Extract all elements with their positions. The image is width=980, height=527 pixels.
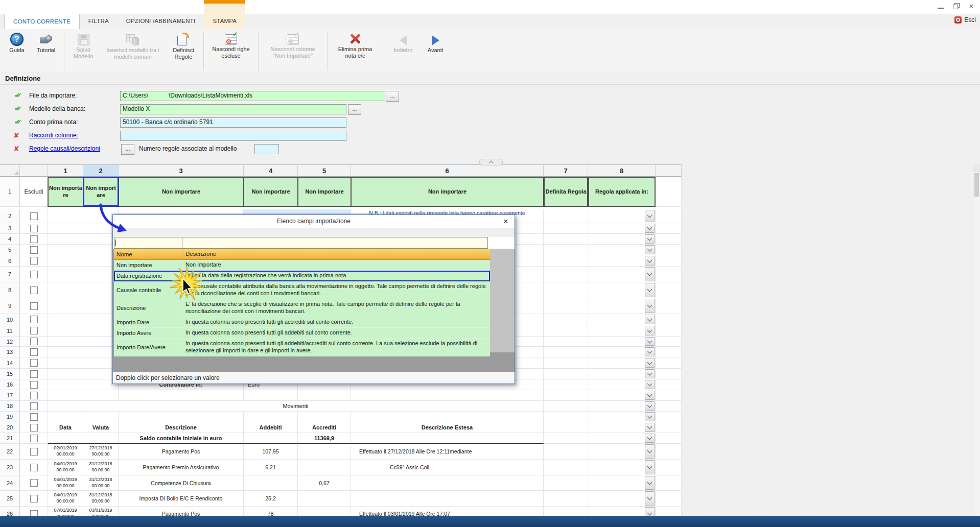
escludi-checkbox-row-13[interactable]: [30, 348, 38, 356]
escludi-checkbox-row-6[interactable]: [30, 257, 38, 265]
mapping-cell-col-4[interactable]: Non importare: [243, 177, 298, 207]
regola-dropdown-row-3[interactable]: [645, 224, 655, 233]
mapping-cell-col-8[interactable]: Regola applicata in:: [588, 177, 656, 207]
escludi-checkbox-row-8[interactable]: [30, 286, 38, 294]
regola-dropdown-row-20[interactable]: [645, 423, 655, 432]
escludi-checkbox-row-12[interactable]: [30, 338, 38, 345]
escludi-checkbox-row-3[interactable]: [30, 225, 38, 232]
regola-dropdown-row-15[interactable]: [645, 369, 655, 378]
escludi-checkbox-row-22[interactable]: [30, 448, 38, 456]
avanti-button[interactable]: Avanti: [421, 31, 450, 74]
regola-dropdown-row-16[interactable]: [645, 380, 655, 389]
scroll-up-button[interactable]: [973, 164, 980, 172]
filter-descrizione-input[interactable]: [182, 237, 488, 249]
restore-window-icon[interactable]: [952, 3, 960, 9]
mapping-cell-col-1[interactable]: Non importare: [48, 177, 84, 207]
regola-dropdown-row-5[interactable]: [645, 245, 655, 254]
tab-stampa[interactable]: STAMPA: [204, 14, 245, 29]
tab-filtra[interactable]: FILTRA: [80, 14, 118, 29]
column-header-7[interactable]: 7: [544, 165, 588, 177]
regola-dropdown-row-24[interactable]: [645, 476, 655, 490]
regola-dropdown-row-10[interactable]: [645, 315, 655, 324]
escludi-checkbox-row-16[interactable]: [30, 381, 38, 389]
regola-dropdown-row-25[interactable]: [645, 491, 655, 506]
minimize-icon[interactable]: [937, 3, 944, 9]
dialog-close-icon[interactable]: ×: [500, 215, 511, 228]
escludi-checkbox-row-25[interactable]: [30, 495, 38, 502]
select-all-corner[interactable]: [0, 165, 20, 177]
numero-regole-field[interactable]: [254, 144, 279, 154]
column-header-6[interactable]: 6: [351, 165, 544, 177]
modello-banca-field[interactable]: Modello X: [120, 104, 346, 114]
elimina-prima-nota-button[interactable]: Elimina prima nota e/c: [330, 31, 380, 74]
escludi-checkbox-row-5[interactable]: [30, 246, 38, 254]
mapping-cell-col-2[interactable]: Non importare: [83, 177, 119, 207]
tab-conto-corrente[interactable]: CONTO CORRENTE: [4, 14, 80, 30]
browse-file-button[interactable]: ...: [386, 91, 399, 102]
dialog-field-row-2[interactable]: Causale contabileE' la causale contabile…: [114, 281, 490, 299]
escludi-checkbox-row-15[interactable]: [30, 370, 38, 378]
regola-dropdown-row-22[interactable]: [645, 444, 655, 459]
escludi-checkbox-row-9[interactable]: [30, 302, 38, 310]
browse-regole-button[interactable]: ...: [121, 144, 134, 155]
dialog-field-row-5[interactable]: Importo AvereIn questa colonna sono pres…: [114, 328, 490, 339]
close-window-icon[interactable]: ×: [968, 3, 975, 9]
regola-dropdown-row-7[interactable]: [645, 267, 655, 281]
conto-prima-nota-field[interactable]: 50100 - Banca c/c ordinario 5791: [120, 117, 346, 128]
escludi-checkbox-row-24[interactable]: [30, 479, 38, 487]
raccordi-colonne-link[interactable]: Raccordi colonne:: [29, 132, 78, 139]
escludi-checkbox-row-2[interactable]: [30, 212, 38, 220]
regole-causali-link[interactable]: Regole causali/descrizioni: [29, 145, 100, 152]
regola-dropdown-row-19[interactable]: [645, 412, 655, 421]
regola-dropdown-row-12[interactable]: [645, 337, 655, 346]
mapping-cell-col-7[interactable]: Definita Regola: [544, 177, 588, 207]
regola-dropdown-row-9[interactable]: [645, 299, 655, 313]
column-header-3[interactable]: 3: [119, 165, 244, 177]
nascondi-righe-button[interactable]: Nascondi righe escluse: [206, 31, 255, 74]
column-header-4[interactable]: 4: [244, 165, 298, 177]
vertical-scrollbar[interactable]: [973, 164, 980, 516]
column-header-1[interactable]: 1: [48, 165, 83, 177]
escludi-checkbox-row-20[interactable]: [30, 424, 38, 432]
column-header-5[interactable]: 5: [298, 165, 351, 177]
regola-dropdown-row-23[interactable]: [645, 460, 655, 474]
column-header-8[interactable]: 8: [588, 165, 656, 177]
raccordi-colonne-field[interactable]: [120, 131, 346, 141]
file-da-importare-field[interactable]: C:\Users\ \Downloads\ListaMovimenti.xls: [120, 91, 385, 101]
collapse-splitter-handle[interactable]: [479, 159, 503, 165]
regola-dropdown-row-13[interactable]: [645, 347, 655, 356]
regola-dropdown-row-26[interactable]: [645, 507, 655, 516]
column-header-2[interactable]: 2: [83, 165, 119, 177]
descrizione-column-header[interactable]: Descrizione: [182, 249, 490, 258]
dialog-field-row-3[interactable]: DescrizioneE' la descrizione che si sceg…: [114, 299, 490, 317]
regola-dropdown-row-6[interactable]: [645, 256, 655, 266]
escludi-checkbox-row-7[interactable]: [30, 271, 38, 278]
regola-dropdown-row-17[interactable]: [645, 391, 655, 400]
escludi-checkbox-row-21[interactable]: [30, 435, 38, 442]
regola-dropdown-row-8[interactable]: [645, 283, 655, 297]
escludi-checkbox-row-17[interactable]: [30, 392, 38, 399]
mapping-cell-col-6[interactable]: Non importare: [351, 177, 544, 207]
dialog-title-bar[interactable]: Elenco campi importazione ×: [113, 215, 515, 228]
regola-dropdown-row-14[interactable]: [645, 358, 655, 368]
regola-dropdown-row-2[interactable]: [645, 210, 655, 222]
escludi-checkbox-row-11[interactable]: [30, 327, 38, 334]
guida-button[interactable]: Guida: [3, 31, 31, 74]
escludi-checkbox-row-10[interactable]: [30, 316, 38, 323]
dialog-field-row-0[interactable]: Non importareNon importare: [114, 260, 490, 271]
tab-opzioni-abbinamenti[interactable]: OPZIONI /ABBINAMENTI: [118, 14, 204, 29]
dialog-scrollbar-track[interactable]: [490, 249, 515, 352]
esci-button[interactable]: Esci: [954, 16, 976, 23]
dialog-field-row-1[interactable]: Data registrazioneIndica la data della r…: [114, 271, 490, 281]
regola-dropdown-row-11[interactable]: [645, 326, 655, 336]
scrollbar-thumb[interactable]: [974, 173, 979, 197]
mapping-cell-col-3[interactable]: Non importare: [118, 177, 244, 207]
filter-nome-input[interactable]: [114, 237, 182, 249]
nome-column-header[interactable]: Nome: [114, 250, 182, 258]
regola-dropdown-row-21[interactable]: [645, 434, 655, 443]
regola-dropdown-row-18[interactable]: [645, 401, 655, 411]
dialog-field-row-4[interactable]: Importo DareIn questa colonna sono prese…: [114, 317, 490, 328]
regola-dropdown-row-4[interactable]: [645, 234, 655, 244]
escludi-checkbox-row-14[interactable]: [30, 359, 38, 367]
dialog-field-row-6[interactable]: Importo Dare/AvereIn questa colonna sono…: [114, 339, 490, 356]
